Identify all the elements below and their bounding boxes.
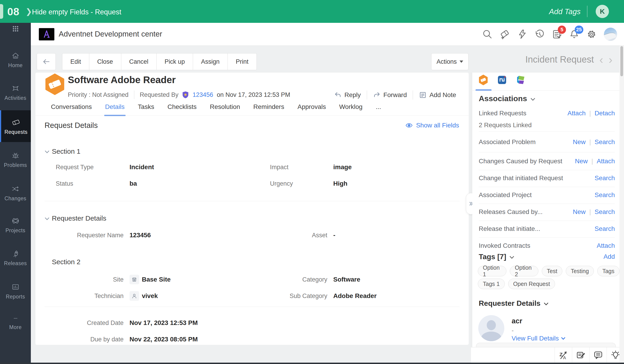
request-type-label: Request Type — [45, 164, 124, 171]
reports-icon — [11, 283, 20, 291]
technician-value: vivek — [130, 291, 253, 301]
attach-link[interactable]: Attach — [597, 157, 615, 165]
attach-link[interactable]: Attach — [568, 110, 586, 117]
search-link[interactable]: Search — [595, 225, 615, 233]
new-link[interactable]: New — [575, 157, 588, 165]
tab-worklog[interactable]: Worklog — [338, 101, 364, 116]
tab-checklists[interactable]: Checklists — [166, 101, 198, 116]
sidebar-item-more[interactable]: More — [0, 317, 31, 330]
add-request-icon[interactable] — [500, 29, 510, 39]
pickup-button[interactable]: Pick up — [156, 53, 193, 70]
prev-request-icon[interactable]: ‹ — [599, 55, 603, 64]
analytics-app-icon[interactable] — [496, 75, 508, 85]
new-link[interactable]: New — [573, 138, 586, 146]
next-request-icon[interactable]: › — [609, 55, 613, 64]
show-all-fields-button[interactable]: Show all Fields — [405, 122, 459, 129]
add-note-button[interactable]: Add Note — [419, 91, 456, 99]
home-icon — [11, 51, 20, 60]
actions-dropdown[interactable]: Actions — [431, 53, 468, 70]
search-link[interactable]: Search — [595, 175, 615, 182]
forward-button[interactable]: Forward — [373, 91, 407, 99]
scrollbar-thumb[interactable] — [620, 46, 623, 76]
user-avatar[interactable] — [604, 28, 617, 41]
print-button[interactable]: Print — [228, 53, 257, 70]
apps-grid-icon[interactable] — [0, 25, 31, 34]
chevron-down-icon — [509, 253, 514, 261]
tab-more[interactable]: ... — [375, 101, 382, 116]
projects-icon — [11, 216, 20, 225]
subcategory-label: Sub Category — [259, 292, 327, 300]
servicedesk-ticket-icon[interactable] — [478, 75, 489, 85]
created-date-value: Nov 17, 2023 12:53 PM — [130, 319, 253, 327]
sidebar-item-projects[interactable]: Projects — [0, 216, 31, 234]
quick-actions-icon[interactable] — [517, 29, 527, 39]
add-tags-button[interactable]: Add Tags — [549, 7, 581, 16]
search-link[interactable]: Search — [595, 208, 615, 216]
associations-heading[interactable]: Associations — [479, 94, 535, 103]
sidebar-item-home[interactable]: Home — [0, 51, 31, 69]
integrations-cube-icon[interactable] — [515, 75, 526, 85]
tag-pill[interactable]: Tags 1 — [478, 279, 505, 289]
search-icon[interactable] — [482, 29, 493, 39]
tag-pill[interactable]: Open Request — [508, 279, 555, 289]
request-detail-card: Software Adobe Reader Priority : Not Ass… — [35, 73, 469, 345]
approvals-icon[interactable]: 5 — [552, 29, 562, 39]
cancel-button[interactable]: Cancel — [121, 53, 157, 70]
asset-label: Asset — [259, 232, 327, 239]
new-link[interactable]: New — [573, 208, 586, 216]
sidebar-item-requests[interactable]: Requests — [0, 110, 31, 142]
search-link[interactable]: Search — [595, 138, 615, 146]
translate-icon[interactable]: ZA — [555, 347, 572, 363]
tab-reminders[interactable]: Reminders — [252, 101, 285, 116]
back-button[interactable] — [37, 53, 56, 70]
chevron-down-icon — [460, 60, 463, 63]
close-button[interactable]: Close — [89, 53, 121, 70]
tab-accent — [0, 4, 3, 19]
vertical-scrollbar[interactable] — [620, 46, 624, 363]
assign-button[interactable]: Assign — [193, 53, 228, 70]
sidebar-item-changes[interactable]: Changes — [0, 184, 31, 202]
field-row: Created Date Nov 17, 2023 12:53 PM — [45, 316, 460, 329]
tag-pill[interactable]: Test — [542, 266, 562, 276]
sidebar-item-problems[interactable]: Problems — [0, 151, 31, 168]
attach-link[interactable]: Attach — [597, 242, 615, 249]
tag-pill[interactable]: Option 1 — [478, 266, 506, 276]
sidebar-item-activities[interactable]: Activities — [0, 84, 31, 101]
tab-approvals[interactable]: Approvals — [296, 101, 327, 116]
search-link[interactable]: Search — [595, 191, 615, 199]
section1-header[interactable]: Section 1 — [45, 148, 80, 155]
view-full-details-link[interactable]: View Full Details — [512, 335, 566, 342]
impact-value: image — [333, 163, 460, 171]
tab-conversations[interactable]: Conversations — [50, 101, 93, 116]
status-label: Status — [45, 180, 124, 187]
requester-link[interactable]: 123456 — [193, 91, 213, 98]
org-logo[interactable] — [39, 28, 54, 40]
tab-resolution[interactable]: Resolution — [209, 101, 241, 116]
requester-details-heading[interactable]: Requester Details — [479, 299, 549, 308]
tag-pill[interactable]: Tags — [597, 266, 620, 276]
compose-note-icon[interactable] — [572, 347, 589, 363]
tab-tasks[interactable]: Tasks — [137, 101, 155, 116]
sidebar-item-reports[interactable]: Reports — [0, 283, 31, 300]
add-tag-link[interactable]: Add — [603, 253, 615, 260]
requester-name-value: 123456 — [130, 232, 253, 239]
reply-button[interactable]: Reply — [334, 91, 361, 99]
requester-section-header[interactable]: Requester Details — [45, 214, 106, 222]
tag-pill[interactable]: Testing — [566, 266, 594, 276]
tab-details[interactable]: Details — [104, 101, 126, 116]
due-date-value: Nov 22, 2023 08:05 PM — [130, 336, 253, 343]
page-title: Hide empty Fields - Request — [32, 8, 121, 16]
linked-requests-count[interactable]: 2 Requests Linked — [479, 122, 532, 129]
assoc-row-associated-problem: Associated Problem New | Search — [479, 138, 615, 146]
sidebar-item-releases[interactable]: Releases — [0, 249, 31, 266]
chat-icon[interactable] — [589, 347, 607, 363]
detach-link[interactable]: Detach — [595, 110, 615, 117]
edit-button[interactable]: Edit — [62, 53, 89, 70]
topbar-avatar[interactable]: K — [596, 5, 609, 18]
notifications-bell-icon[interactable]: 25 — [569, 29, 579, 39]
next-card-fragment — [476, 343, 616, 347]
tag-pill[interactable]: Option 2 — [510, 266, 538, 276]
history-icon[interactable] — [534, 29, 545, 39]
tags-heading[interactable]: Tags [7] — [479, 253, 514, 261]
settings-gear-icon[interactable] — [587, 29, 597, 39]
